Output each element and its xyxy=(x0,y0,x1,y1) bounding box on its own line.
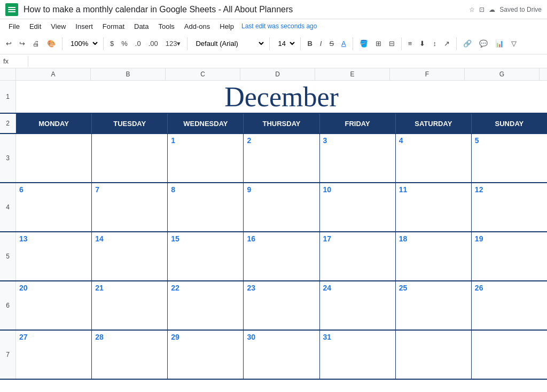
cal-cell-w5-d2[interactable]: 28 xyxy=(92,331,168,379)
present-icon[interactable]: ⊡ xyxy=(479,6,485,13)
col-header-b[interactable]: B xyxy=(91,68,166,80)
day-header-wednesday: WEDNESDAY xyxy=(168,114,244,133)
menu-tools[interactable]: Tools xyxy=(154,21,178,32)
col-header-d[interactable]: D xyxy=(240,68,315,80)
font-select[interactable]: Default (Arial) Arial Times New Roman xyxy=(191,38,265,49)
cal-cell-w2-d6[interactable]: 11 xyxy=(396,183,472,231)
currency-button[interactable]: $ xyxy=(107,37,116,50)
formula-bar: fx xyxy=(0,54,547,68)
menu-format[interactable]: Format xyxy=(98,21,129,32)
cal-cell-w5-d4[interactable]: 30 xyxy=(244,331,319,379)
cal-cell-w3-d7[interactable]: 19 xyxy=(472,232,547,280)
menu-addons[interactable]: Add-ons xyxy=(180,21,214,32)
col-header-c[interactable]: C xyxy=(166,68,240,80)
cal-cell-w3-d4[interactable]: 16 xyxy=(244,232,319,280)
svg-rect-1 xyxy=(8,7,15,8)
format-number-button[interactable]: 123▾ xyxy=(163,37,184,50)
cal-cell-w4-d6[interactable]: 25 xyxy=(396,281,472,330)
cal-cell-w3-d5[interactable]: 17 xyxy=(320,232,396,280)
day-header-saturday: SATURDAY xyxy=(396,114,472,133)
divider-6 xyxy=(353,37,353,50)
rotate-button[interactable]: ↗ xyxy=(441,37,452,50)
cal-cell-w5-d3[interactable]: 29 xyxy=(168,331,244,379)
cal-cell-w2-d1[interactable]: 6 xyxy=(16,183,92,231)
align-button[interactable]: ≡ xyxy=(405,37,415,50)
spreadsheet: A B C D E F G 1 December 2 MONDAY TUESDA… xyxy=(0,68,547,380)
cal-cell-w1-d3[interactable]: 1 xyxy=(168,134,244,182)
cal-cell-w1-d7[interactable]: 5 xyxy=(472,134,547,182)
menu-edit[interactable]: Edit xyxy=(25,21,45,32)
cal-cell-w2-d4[interactable]: 9 xyxy=(244,183,319,231)
calendar-weeks: 3123454678910111251314151617181962021222… xyxy=(0,134,547,380)
strikethrough-button[interactable]: S xyxy=(326,37,337,50)
cal-cell-w5-d6[interactable] xyxy=(396,331,472,379)
percent-button[interactable]: % xyxy=(119,37,130,50)
valign-button[interactable]: ⬇ xyxy=(417,37,428,50)
calendar-week-3: 513141516171819 xyxy=(0,232,547,281)
cal-cell-w2-d2[interactable]: 7 xyxy=(92,183,168,231)
filter-button[interactable]: ▽ xyxy=(509,37,519,50)
cal-cell-w3-d2[interactable]: 14 xyxy=(92,232,168,280)
cal-cell-w4-d4[interactable]: 23 xyxy=(244,281,319,330)
cal-cell-w3-d6[interactable]: 18 xyxy=(396,232,472,280)
cell-reference[interactable]: fx xyxy=(3,57,25,65)
cal-cell-w4-d3[interactable]: 22 xyxy=(168,281,244,330)
font-color-button[interactable]: A xyxy=(339,37,349,50)
cal-cell-w1-d6[interactable]: 4 xyxy=(396,134,472,182)
formula-input[interactable] xyxy=(32,57,544,65)
undo-button[interactable]: ↩ xyxy=(3,37,14,50)
font-size-select[interactable]: 14 10 12 16 18 xyxy=(274,38,296,49)
menu-data[interactable]: Data xyxy=(130,21,153,32)
chart-button[interactable]: 📊 xyxy=(493,37,506,50)
cal-cell-w1-d4[interactable]: 2 xyxy=(244,134,319,182)
col-header-e[interactable]: E xyxy=(315,68,390,80)
redo-button[interactable]: ↪ xyxy=(17,37,28,50)
print-button[interactable]: 🖨 xyxy=(30,37,42,50)
cal-cell-w2-d3[interactable]: 8 xyxy=(168,183,244,231)
col-header-g[interactable]: G xyxy=(465,68,540,80)
divider-4 xyxy=(269,37,270,50)
col-header-f[interactable]: F xyxy=(390,68,465,80)
cal-cell-w5-d7[interactable] xyxy=(472,331,547,379)
link-button[interactable]: 🔗 xyxy=(460,37,474,50)
bold-button[interactable]: B xyxy=(304,37,315,50)
svg-rect-2 xyxy=(8,9,15,10)
paint-format-button[interactable]: 🎨 xyxy=(44,37,58,50)
decimal-decrease-button[interactable]: .0 xyxy=(132,37,144,50)
menu-help[interactable]: Help xyxy=(215,21,238,32)
cal-cell-w3-d3[interactable]: 15 xyxy=(168,232,244,280)
cal-cell-w2-d5[interactable]: 10 xyxy=(320,183,396,231)
merge-button[interactable]: ⊟ xyxy=(386,37,397,50)
menu-insert[interactable]: Insert xyxy=(71,21,97,32)
cal-cell-w5-d5[interactable]: 31 xyxy=(320,331,396,379)
cal-cell-w4-d2[interactable]: 21 xyxy=(92,281,168,330)
menu-view[interactable]: View xyxy=(46,21,70,32)
cal-cell-w1-d2[interactable] xyxy=(92,134,168,182)
column-headers: A B C D E F G xyxy=(0,68,547,81)
title-icons: ☆ ⊡ ☁ Saved to Drive xyxy=(469,6,542,13)
zoom-select[interactable]: 100% 75% 125% 150% xyxy=(66,38,99,49)
cal-cell-w3-d1[interactable]: 13 xyxy=(16,232,92,280)
last-edit-text[interactable]: Last edit was seconds ago xyxy=(241,22,317,30)
menu-file[interactable]: File xyxy=(4,21,24,32)
fill-color-button[interactable]: 🪣 xyxy=(357,37,371,50)
calendar-week-1: 312345 xyxy=(0,134,547,183)
divider-2 xyxy=(103,37,104,50)
wrap-button[interactable]: ↕ xyxy=(430,37,439,50)
cal-cell-w1-d1[interactable] xyxy=(16,134,92,182)
row-num-6: 6 xyxy=(0,281,16,330)
cal-cell-w1-d5[interactable]: 3 xyxy=(320,134,396,182)
cal-cell-w2-d7[interactable]: 12 xyxy=(472,183,547,231)
cal-cell-w4-d1[interactable]: 20 xyxy=(16,281,92,330)
cal-cell-w5-d1[interactable]: 27 xyxy=(16,331,92,379)
cal-cell-w4-d7[interactable]: 26 xyxy=(472,281,547,330)
decimal-increase-button[interactable]: .00 xyxy=(146,37,161,50)
row-num-5: 5 xyxy=(0,232,16,280)
col-header-a[interactable]: A xyxy=(16,68,91,80)
comment-button[interactable]: 💬 xyxy=(476,37,490,50)
star-icon[interactable]: ☆ xyxy=(469,6,475,13)
italic-button[interactable]: I xyxy=(317,37,325,50)
cal-cell-w4-d5[interactable]: 24 xyxy=(320,281,396,330)
day-header-sunday: SUNDAY xyxy=(472,114,547,133)
borders-button[interactable]: ⊞ xyxy=(373,37,384,50)
